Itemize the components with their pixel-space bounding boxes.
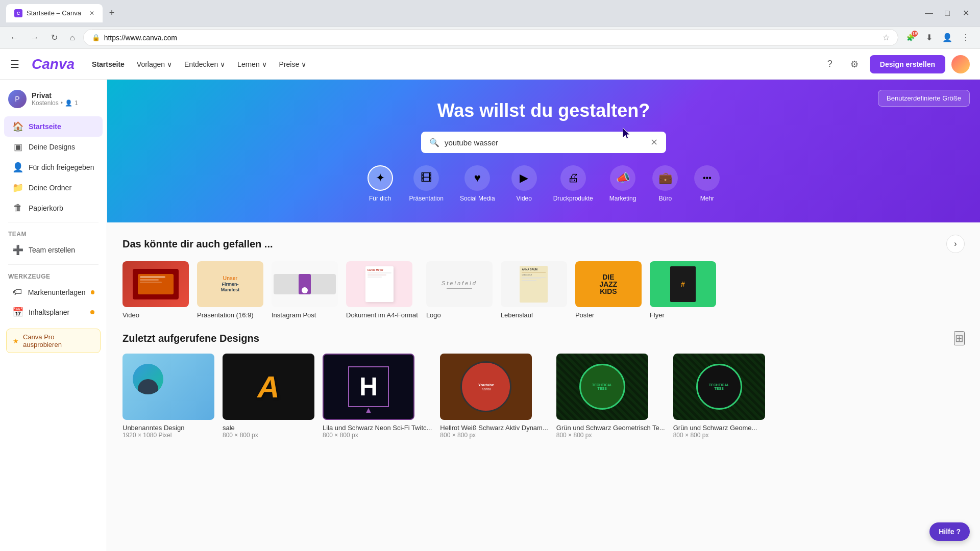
design-size-gruen-1: 800 × 800 px <box>556 432 665 439</box>
sidebar-label-ordner: Deine Ordner <box>29 184 71 192</box>
video-label: Video <box>516 195 531 202</box>
scroll-right-button[interactable]: › <box>946 235 965 253</box>
template-label-instagram: Instagram Post <box>272 311 338 319</box>
template-label-video: Video <box>122 311 189 319</box>
video-icon: ▶ <box>511 165 537 191</box>
close-window-button[interactable]: ✕ <box>958 5 974 21</box>
cat-buero[interactable]: 💼 Büro <box>652 165 678 202</box>
sidebar-item-freigegeben[interactable]: 👤 Für dich freigegeben <box>4 157 103 178</box>
sidebar-item-team-erstellen[interactable]: ➕ Team erstellen <box>4 240 103 260</box>
marketing-icon: 📣 <box>610 165 635 191</box>
template-card-video[interactable]: Video <box>122 261 189 319</box>
url-text: https://www.canva.com <box>104 34 878 42</box>
sidebar-item-markenunterlagen[interactable]: 🏷 Markenunterlagen <box>4 282 103 302</box>
extensions-button[interactable]: 🧩 18 <box>902 30 919 46</box>
template-card-logo[interactable]: Steinfeld Logo <box>426 261 493 319</box>
pro-button[interactable]: ★ Canva Pro ausprobieren <box>6 329 101 353</box>
user-avatar[interactable] <box>951 55 970 73</box>
design-card-sale[interactable]: A sale 800 × 800 px <box>223 354 314 439</box>
social-media-label: Social Media <box>460 195 495 202</box>
trash-icon: 🗑 <box>12 203 23 213</box>
sidebar-item-inhaltsplaner[interactable]: 📅 Inhaltsplaner <box>4 302 103 322</box>
mehr-icon: ••• <box>694 165 720 191</box>
cat-mehr[interactable]: ••• Mehr <box>694 165 720 202</box>
settings-button[interactable]: ⚙ <box>845 55 864 73</box>
hamburger-button[interactable]: ☰ <box>10 58 19 70</box>
design-card-lila-neon[interactable]: H ▲ Lila und Schwarz Neon Sci-Fi Twitc..… <box>323 354 432 439</box>
menu-button[interactable]: ⋮ <box>958 30 974 46</box>
address-bar[interactable]: 🔒 https://www.canva.com ☆ <box>83 29 898 46</box>
restore-button[interactable]: □ <box>939 5 955 21</box>
sidebar-item-startseite[interactable]: 🏠 Startseite <box>4 116 103 137</box>
nav-lernen[interactable]: Lernen ∨ <box>232 57 272 71</box>
custom-size-button[interactable]: Benutzerdefinierte Größe <box>878 90 970 107</box>
buero-icon: 💼 <box>652 165 678 191</box>
template-label-poster: Poster <box>575 311 642 319</box>
grid-toggle-button[interactable]: ⊞ <box>954 331 965 345</box>
cat-video[interactable]: ▶ Video <box>511 165 537 202</box>
account-button[interactable]: 👤 <box>939 30 955 46</box>
help-overlay-button[interactable]: Hilfe ? <box>929 522 970 541</box>
nav-preise[interactable]: Preise ∨ <box>274 57 312 71</box>
design-card-gruen-1[interactable]: TECHTICAL TESS Grün und Schwarz Geometri… <box>556 354 665 439</box>
design-size-sale: 800 × 800 px <box>223 432 314 439</box>
folder-icon: 📁 <box>12 182 23 193</box>
forward-button[interactable]: → <box>27 31 43 44</box>
cat-fuer-dich[interactable]: ✦ Für dich <box>368 165 393 202</box>
suggestions-title: Das könnte dir auch gefallen ... <box>122 238 273 250</box>
favicon: C <box>14 9 22 17</box>
sidebar-label-freigegeben: Für dich freigegeben <box>29 163 94 171</box>
cat-druckprodukte[interactable]: 🖨 Druckprodukte <box>553 165 593 202</box>
design-card-gruen-2[interactable]: TECHTICAL TESS Grün und Schwarz Geome...… <box>673 354 765 439</box>
brand-icon: 🏷 <box>12 287 23 297</box>
sidebar-label-deine-designs: Deine Designs <box>29 143 75 151</box>
design-card-hellrot[interactable]: Youtube Kanal Hellrot Weiß Schwarz Aktiv… <box>440 354 548 439</box>
template-card-lebenslauf[interactable]: ANNA BAUM Lebenslauf Lebenslauf <box>501 261 567 319</box>
template-card-poster[interactable]: DIE JAZZ KIDS Poster <box>575 261 642 319</box>
tab-close-button[interactable]: ✕ <box>89 10 94 17</box>
search-clear-button[interactable]: ✕ <box>650 137 658 148</box>
category-icons: ✦ Für dich 🎞 Präsentation ♥ Social Media… <box>368 165 720 202</box>
sidebar-item-ordner[interactable]: 📁 Deine Ordner <box>4 178 103 198</box>
cat-praesentation[interactable]: 🎞 Präsentation <box>409 165 444 202</box>
minimize-button[interactable]: — <box>921 5 937 21</box>
design-title-gruen-1: Grün und Schwarz Geometrisch Te... <box>556 424 665 432</box>
nav-entdecken[interactable]: Entdecken ∨ <box>179 57 230 71</box>
home-icon: 🏠 <box>12 121 23 132</box>
star-icon: ★ <box>13 337 19 345</box>
download-button[interactable]: ⬇ <box>921 30 937 46</box>
cat-marketing[interactable]: 📣 Marketing <box>609 165 636 202</box>
design-title-hellrot: Hellrot Weiß Schwarz Aktiv Dynam... <box>440 424 548 432</box>
home-button[interactable]: ⌂ <box>66 31 79 44</box>
sidebar-user-plan: Kostenlos • 👤 1 <box>32 99 78 107</box>
browser-tab[interactable]: C Startseite – Canva ✕ <box>6 4 103 22</box>
template-card-instagram[interactable]: Instagram Post <box>272 261 338 319</box>
design-size-lila-neon: 800 × 800 px <box>323 432 432 439</box>
help-overlay-label: Hilfe ? <box>939 528 961 536</box>
nav-startseite[interactable]: Startseite <box>87 57 130 71</box>
nav-vorlagen[interactable]: Vorlagen ∨ <box>132 57 177 71</box>
sidebar-item-papierkorb[interactable]: 🗑 Papierkorb <box>4 198 103 218</box>
browser-actions: 🧩 18 ⬇ 👤 ⋮ <box>902 30 974 46</box>
template-card-dokument[interactable]: Carola Meyer Dokument im A4-Format <box>346 261 418 319</box>
refresh-button[interactable]: ↻ <box>47 31 62 44</box>
search-input[interactable] <box>445 138 645 147</box>
template-card-praesentation[interactable]: Unser Firmen- Manifest Präsentation (16:… <box>197 261 263 319</box>
planner-badge <box>90 310 94 314</box>
design-card-unbenannt[interactable]: Unbenanntes Design 980 × 551 Pixel <box>122 354 214 439</box>
main-content: P Privat Kostenlos • 👤 1 🏠 Startseite ▣ … <box>0 80 980 551</box>
marketing-label: Marketing <box>609 195 636 202</box>
druckprodukte-label: Druckprodukte <box>553 195 593 202</box>
help-button[interactable]: ? <box>821 55 839 73</box>
cat-social-media[interactable]: ♥ Social Media <box>460 165 495 202</box>
create-design-button[interactable]: Design erstellen <box>870 55 945 73</box>
template-card-flyer[interactable]: # Flyer <box>650 261 716 319</box>
marken-badge <box>91 290 95 294</box>
new-tab-button[interactable]: + <box>105 6 119 20</box>
sidebar-item-deine-designs[interactable]: ▣ Deine Designs <box>4 137 103 157</box>
sidebar-user: P Privat Kostenlos • 👤 1 <box>0 86 107 116</box>
tab-title: Startseite – Canva <box>27 9 81 17</box>
address-bar-row: ← → ↻ ⌂ 🔒 https://www.canva.com ☆ 🧩 18 ⬇… <box>0 27 980 49</box>
back-button[interactable]: ← <box>6 31 22 44</box>
pro-button-label: Canva Pro ausprobieren <box>23 333 94 348</box>
